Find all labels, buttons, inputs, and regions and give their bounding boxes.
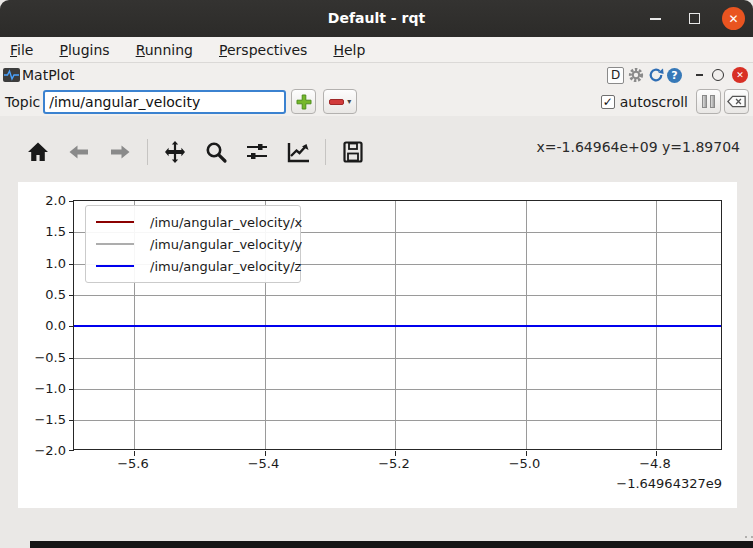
menu-perspectives[interactable]: Perspectives	[219, 42, 307, 58]
close-icon: ✕	[728, 13, 738, 25]
window-close-button[interactable]: ✕	[722, 7, 745, 30]
arrow-right-icon	[108, 140, 132, 164]
close-icon: ✕	[736, 71, 744, 80]
plot-canvas[interactable]: 2.0 1.5 1.0 0.5 0.0 −0.5 −1.0 −1.5 −2.0 …	[18, 182, 737, 508]
add-topic-button[interactable]	[291, 89, 316, 114]
y-tick-label: −0.5	[18, 349, 66, 364]
x-tick	[656, 451, 657, 456]
rqt-window: Default - rqt ✕ File Plugins Running Per…	[0, 0, 753, 548]
topic-label: Topic	[0, 94, 40, 110]
back-button[interactable]	[65, 138, 93, 166]
gridline-h	[74, 295, 721, 296]
subplots-config-button[interactable]	[243, 138, 271, 166]
x-tick-label: −5.4	[248, 456, 280, 471]
legend-label: /imu/angular_velocity/y	[150, 237, 302, 252]
y-tick	[69, 232, 74, 233]
magnifier-icon	[204, 140, 228, 164]
plugin-title: MatPlot	[22, 67, 75, 83]
legend-entry-z: /imu/angular_velocity/z	[96, 255, 292, 277]
waveform-plugin-icon	[3, 68, 20, 82]
clear-button[interactable]	[724, 89, 749, 114]
autoscroll-label: autoscroll	[620, 94, 688, 110]
topic-row: Topic ▾ ✓ autoscroll	[0, 87, 753, 116]
y-tick-label: 1.5	[18, 224, 66, 239]
zoom-button[interactable]	[202, 138, 230, 166]
reload-button[interactable]	[647, 67, 664, 84]
data-line-angular-velocity	[74, 325, 721, 327]
matplot-plugin-titlebar: MatPlot D ? ✕	[0, 63, 753, 87]
window-titlebar[interactable]: Default - rqt ✕	[0, 0, 753, 37]
gridline-h	[74, 358, 721, 359]
autoscroll-group: ✓ autoscroll	[601, 87, 688, 116]
menu-file[interactable]: File	[10, 42, 33, 58]
x-tick-label: −5.6	[117, 456, 149, 471]
window-maximize-button[interactable]	[683, 8, 705, 30]
toolbar-separator	[325, 139, 326, 165]
maximize-icon	[689, 13, 700, 24]
backspace-icon	[727, 95, 746, 108]
y-tick-label: 2.0	[18, 193, 66, 208]
x-tick-label: −5.0	[509, 456, 541, 471]
plugin-collapse-button[interactable]	[693, 67, 705, 83]
x-tick-label: −4.8	[639, 456, 671, 471]
toolbar-separator	[147, 139, 148, 165]
plot-legend: /imu/angular_velocity/x /imu/angular_vel…	[85, 205, 301, 283]
legend-entry-y: /imu/angular_velocity/y	[96, 233, 292, 255]
gridline-h	[74, 389, 721, 390]
legend-entry-x: /imu/angular_velocity/x	[96, 211, 292, 233]
y-tick	[69, 450, 74, 451]
cursor-coordinates: x=-1.64964e+09 y=1.89704	[537, 139, 740, 155]
save-icon	[341, 140, 365, 164]
dock-button[interactable]: D	[607, 67, 624, 84]
menubar: File Plugins Running Perspectives Help	[0, 37, 753, 63]
axes-editor-button[interactable]	[284, 138, 312, 166]
pan-button[interactable]	[161, 138, 189, 166]
plot-control-buttons	[696, 89, 749, 114]
y-tick	[69, 389, 74, 390]
y-tick-label: −1.5	[18, 412, 66, 427]
gridline-h	[74, 420, 721, 421]
window-title: Default - rqt	[0, 0, 753, 37]
plugin-float-button[interactable]	[712, 69, 724, 81]
plot-toolbar	[24, 136, 367, 168]
matplot-title-group: MatPlot	[0, 67, 75, 83]
y-tick-label: −2.0	[18, 443, 66, 458]
plugin-titlebar-buttons: D ? ✕	[607, 63, 748, 87]
legend-line-x	[96, 221, 134, 223]
arrow-left-icon	[67, 140, 91, 164]
autoscroll-checkbox[interactable]: ✓	[601, 95, 615, 109]
home-button[interactable]	[24, 138, 52, 166]
y-tick	[69, 295, 74, 296]
pause-icon	[702, 95, 715, 108]
resize-grip[interactable]	[745, 536, 747, 538]
gear-icon	[628, 67, 644, 83]
window-controls: ✕	[644, 0, 745, 37]
menu-plugins[interactable]: Plugins	[59, 42, 109, 58]
menu-help[interactable]: Help	[333, 42, 365, 58]
help-button[interactable]: ?	[667, 68, 682, 83]
window-minimize-button[interactable]	[644, 8, 666, 30]
pause-button[interactable]	[696, 89, 721, 114]
question-icon: ?	[671, 69, 677, 82]
x-tick	[395, 451, 396, 456]
plugin-close-button[interactable]: ✕	[732, 67, 748, 83]
legend-label: /imu/angular_velocity/x	[150, 215, 302, 230]
forward-button[interactable]	[106, 138, 134, 166]
reload-icon	[648, 67, 664, 83]
y-tick	[69, 201, 74, 202]
y-tick-label: 1.0	[18, 255, 66, 270]
y-tick	[69, 264, 74, 265]
menu-running[interactable]: Running	[136, 42, 193, 58]
topic-input[interactable]	[43, 90, 286, 114]
background-window-strip	[30, 541, 753, 548]
legend-line-z	[96, 265, 134, 267]
y-tick-label: −1.0	[18, 380, 66, 395]
settings-button[interactable]	[627, 67, 644, 84]
legend-line-y	[96, 243, 134, 245]
legend-label: /imu/angular_velocity/z	[150, 259, 301, 274]
chevron-down-icon: ▾	[347, 97, 351, 106]
collapse-icon	[696, 74, 703, 76]
remove-topic-button[interactable]: ▾	[323, 89, 357, 114]
y-tick	[69, 420, 74, 421]
save-button[interactable]	[339, 138, 367, 166]
